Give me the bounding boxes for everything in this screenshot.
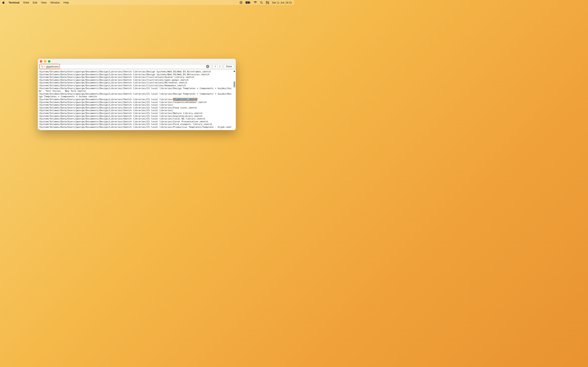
- window-traffic-lights: [40, 60, 51, 63]
- find-prev-button[interactable]: [213, 64, 217, 68]
- spotlight-icon[interactable]: [260, 1, 263, 4]
- terminal-line: /System/Volumes/Data/Users/george/Docume…: [39, 126, 232, 130]
- menu-shell[interactable]: Shell: [23, 1, 29, 4]
- find-done-button[interactable]: Done: [224, 64, 234, 69]
- menubar: Terminal Shell Edit View Window Help Sat…: [0, 0, 294, 5]
- terminal-line: /System/Volumes/Data/Users/george/Docume…: [39, 106, 232, 109]
- window-titlebar[interactable]: [38, 59, 236, 64]
- terminal-line: /System/Volumes/Data/Users/george/Docume…: [39, 112, 232, 115]
- find-next-button[interactable]: [217, 64, 222, 68]
- find-input[interactable]: [46, 64, 204, 68]
- window-minimize-button[interactable]: [44, 60, 46, 63]
- menu-window[interactable]: Window: [51, 1, 60, 4]
- terminal-line: /System/Volumes/Data/Users/george/Docume…: [39, 104, 232, 106]
- menu-edit[interactable]: Edit: [33, 1, 37, 4]
- search-options-chevron-icon[interactable]: [44, 66, 45, 67]
- terminal-line: /System/Volumes/Data/Users/george/Docume…: [39, 76, 232, 79]
- svg-point-8: [267, 1, 267, 2]
- apple-menu-icon[interactable]: [2, 1, 5, 4]
- terminal-line: /System/Volumes/Data/Users/george/Docume…: [39, 79, 232, 82]
- wifi-icon[interactable]: [254, 1, 257, 4]
- clear-search-button[interactable]: [206, 65, 209, 68]
- terminal-line: /System/Volumes/Data/Users/george/Docume…: [39, 87, 232, 92]
- scroll-marker: [234, 71, 235, 72]
- terminal-line: /System/Volumes/Data/Users/george/Docume…: [39, 109, 232, 112]
- terminal-line: /System/Volumes/Data/Users/george/Docume…: [39, 81, 232, 84]
- svg-line-12: [43, 67, 43, 67]
- terminal-line: /System/Volumes/Data/Users/george/Docume…: [39, 123, 232, 126]
- terminal-content-area: /System/Volumes/Data/Users/george/Docume…: [38, 70, 236, 130]
- svg-point-10: [268, 3, 268, 3]
- terminal-line: /System/Volumes/Data/Users/george/Docume…: [39, 98, 232, 101]
- svg-rect-4: [250, 2, 250, 3]
- terminal-line: /System/Volumes/Data/Users/george/Docume…: [39, 70, 232, 73]
- svg-rect-9: [266, 3, 269, 4]
- terminal-line: /System/Volumes/Data/Users/george/Docume…: [39, 101, 232, 104]
- search-icon: [41, 65, 43, 68]
- menubar-datetime[interactable]: Sat 11 Jun 18:31: [272, 1, 292, 4]
- terminal-window: Done /System/Volumes/Data/Users/george/D…: [38, 59, 236, 130]
- battery-icon[interactable]: [245, 1, 251, 4]
- window-close-button[interactable]: [40, 60, 42, 63]
- terminal-line: /System/Volumes/Data/Users/george/Docume…: [39, 120, 232, 123]
- find-search-field[interactable]: [39, 64, 211, 69]
- find-bar: Done: [38, 64, 236, 70]
- find-match-highlight: Glyphicons.sketch: [173, 98, 198, 101]
- terminal-line: /System/Volumes/Data/Users/george/Docume…: [39, 73, 232, 76]
- user-icon[interactable]: [240, 1, 242, 4]
- svg-point-1: [241, 2, 241, 2]
- window-zoom-button[interactable]: [48, 60, 51, 63]
- find-nav-segmented: [213, 64, 222, 69]
- scroll-thumb[interactable]: [233, 81, 235, 87]
- terminal-line: /System/Volumes/Data/Users/george/Docume…: [39, 84, 232, 87]
- menu-view[interactable]: View: [41, 1, 47, 4]
- active-app-name[interactable]: Terminal: [9, 1, 19, 4]
- terminal-line: /System/Volumes/Data/Users/george/Docume…: [39, 117, 232, 120]
- vertical-scrollbar[interactable]: [233, 70, 235, 130]
- terminal-line: /System/Volumes/Data/Users/george/Docume…: [39, 92, 232, 98]
- svg-line-6: [262, 3, 263, 3]
- terminal-line: /System/Volumes/Data/Users/george/Docume…: [39, 115, 232, 118]
- control-center-icon[interactable]: [266, 1, 269, 4]
- menu-help[interactable]: Help: [63, 1, 69, 4]
- terminal-output[interactable]: /System/Volumes/Data/Users/george/Docume…: [38, 70, 233, 130]
- svg-rect-7: [266, 1, 269, 2]
